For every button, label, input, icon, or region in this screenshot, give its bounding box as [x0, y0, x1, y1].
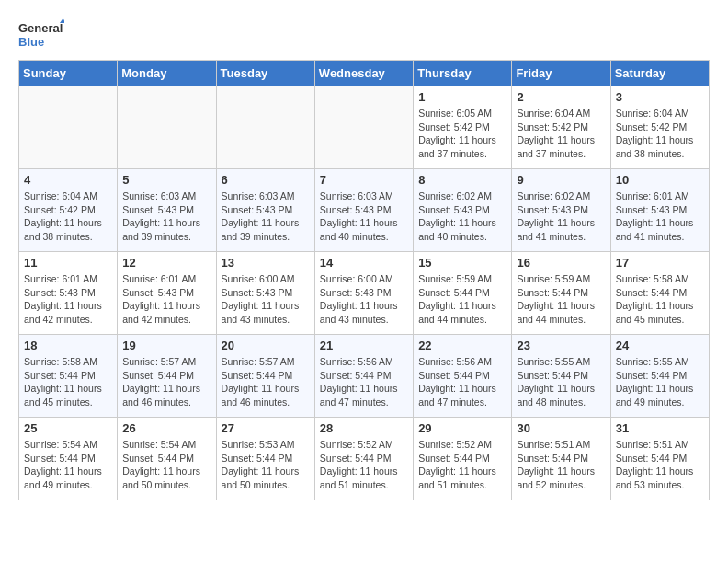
calendar-cell: 7 Sunrise: 6:03 AM Sunset: 5:43 PM Dayli…	[314, 169, 413, 252]
calendar-cell: 15 Sunrise: 5:59 AM Sunset: 5:44 PM Dayl…	[414, 252, 512, 335]
calendar-cell: 26 Sunrise: 5:54 AM Sunset: 5:44 PM Dayl…	[118, 418, 216, 500]
day-number: 11	[24, 256, 112, 270]
day-info: Sunrise: 6:04 AM Sunset: 5:42 PM Dayligh…	[616, 107, 704, 161]
day-info: Sunrise: 6:03 AM Sunset: 5:43 PM Dayligh…	[122, 190, 210, 244]
day-number: 22	[418, 339, 506, 352]
day-number: 20	[222, 339, 310, 352]
col-header-wednesday: Wednesday	[314, 61, 413, 86]
day-number: 2	[517, 90, 605, 104]
logo-icon: General Blue	[18, 18, 64, 51]
day-number: 12	[122, 256, 210, 270]
day-number: 28	[320, 421, 408, 435]
day-number: 9	[517, 173, 605, 187]
day-number: 27	[222, 421, 310, 435]
calendar-week-3: 11 Sunrise: 6:01 AM Sunset: 5:43 PM Dayl…	[19, 252, 710, 335]
day-number: 25	[24, 421, 112, 435]
calendar-header-row: SundayMondayTuesdayWednesdayThursdayFrid…	[19, 61, 710, 86]
day-info: Sunrise: 6:02 AM Sunset: 5:43 PM Dayligh…	[517, 190, 605, 244]
day-number: 24	[616, 339, 704, 352]
calendar-cell: 4 Sunrise: 6:04 AM Sunset: 5:42 PM Dayli…	[19, 169, 118, 252]
calendar-cell: 31 Sunrise: 5:51 AM Sunset: 5:44 PM Dayl…	[610, 418, 709, 500]
day-number: 16	[517, 256, 605, 270]
day-number: 1	[418, 90, 506, 104]
calendar-week-5: 25 Sunrise: 5:54 AM Sunset: 5:44 PM Dayl…	[19, 418, 710, 500]
calendar-cell: 24 Sunrise: 5:55 AM Sunset: 5:44 PM Dayl…	[610, 335, 709, 418]
day-number: 14	[320, 256, 408, 270]
calendar-cell: 8 Sunrise: 6:02 AM Sunset: 5:43 PM Dayli…	[414, 169, 512, 252]
day-info: Sunrise: 6:01 AM Sunset: 5:43 PM Dayligh…	[122, 272, 210, 327]
calendar-cell: 17 Sunrise: 5:58 AM Sunset: 5:44 PM Dayl…	[610, 252, 709, 335]
calendar-cell: 18 Sunrise: 5:58 AM Sunset: 5:44 PM Dayl…	[19, 335, 118, 418]
day-info: Sunrise: 5:56 AM Sunset: 5:44 PM Dayligh…	[320, 355, 408, 409]
col-header-friday: Friday	[512, 61, 610, 86]
day-number: 21	[320, 339, 408, 352]
calendar-cell: 23 Sunrise: 5:55 AM Sunset: 5:44 PM Dayl…	[512, 335, 610, 418]
calendar-cell: 5 Sunrise: 6:03 AM Sunset: 5:43 PM Dayli…	[118, 169, 216, 252]
day-number: 31	[616, 421, 704, 435]
day-info: Sunrise: 6:03 AM Sunset: 5:43 PM Dayligh…	[222, 190, 310, 244]
day-info: Sunrise: 6:01 AM Sunset: 5:43 PM Dayligh…	[616, 190, 704, 244]
calendar-cell: 22 Sunrise: 5:56 AM Sunset: 5:44 PM Dayl…	[414, 335, 512, 418]
calendar-cell: 11 Sunrise: 6:01 AM Sunset: 5:43 PM Dayl…	[19, 252, 118, 335]
calendar-cell: 19 Sunrise: 5:57 AM Sunset: 5:44 PM Dayl…	[118, 335, 216, 418]
calendar-cell: 1 Sunrise: 6:05 AM Sunset: 5:42 PM Dayli…	[414, 86, 512, 169]
calendar-cell: 3 Sunrise: 6:04 AM Sunset: 5:42 PM Dayli…	[610, 86, 709, 169]
calendar-cell: 2 Sunrise: 6:04 AM Sunset: 5:42 PM Dayli…	[512, 86, 610, 169]
day-number: 8	[418, 173, 506, 187]
day-number: 4	[24, 173, 112, 187]
day-info: Sunrise: 5:59 AM Sunset: 5:44 PM Dayligh…	[418, 272, 506, 327]
calendar-cell: 29 Sunrise: 5:52 AM Sunset: 5:44 PM Dayl…	[414, 418, 512, 500]
calendar-cell: 28 Sunrise: 5:52 AM Sunset: 5:44 PM Dayl…	[314, 418, 413, 500]
day-number: 18	[24, 339, 112, 352]
day-number: 26	[122, 421, 210, 435]
day-info: Sunrise: 6:05 AM Sunset: 5:42 PM Dayligh…	[418, 107, 506, 161]
calendar-cell: 13 Sunrise: 6:00 AM Sunset: 5:43 PM Dayl…	[216, 252, 314, 335]
day-number: 30	[517, 421, 605, 435]
calendar-cell: 21 Sunrise: 5:56 AM Sunset: 5:44 PM Dayl…	[314, 335, 413, 418]
page-header: General Blue	[18, 18, 710, 51]
col-header-tuesday: Tuesday	[216, 61, 314, 86]
calendar-cell: 20 Sunrise: 5:57 AM Sunset: 5:44 PM Dayl…	[216, 335, 314, 418]
day-info: Sunrise: 5:58 AM Sunset: 5:44 PM Dayligh…	[616, 272, 704, 327]
calendar-cell	[118, 86, 216, 169]
col-header-monday: Monday	[118, 61, 216, 86]
day-info: Sunrise: 6:01 AM Sunset: 5:43 PM Dayligh…	[24, 272, 112, 327]
day-info: Sunrise: 5:57 AM Sunset: 5:44 PM Dayligh…	[222, 355, 310, 409]
day-number: 19	[122, 339, 210, 352]
calendar-cell: 27 Sunrise: 5:53 AM Sunset: 5:44 PM Dayl…	[216, 418, 314, 500]
day-info: Sunrise: 5:57 AM Sunset: 5:44 PM Dayligh…	[122, 355, 210, 409]
day-number: 3	[616, 90, 704, 104]
day-number: 23	[517, 339, 605, 352]
day-info: Sunrise: 5:55 AM Sunset: 5:44 PM Dayligh…	[517, 355, 605, 409]
calendar-cell	[314, 86, 413, 169]
calendar-week-4: 18 Sunrise: 5:58 AM Sunset: 5:44 PM Dayl…	[19, 335, 710, 418]
calendar-cell: 16 Sunrise: 5:59 AM Sunset: 5:44 PM Dayl…	[512, 252, 610, 335]
calendar-cell: 14 Sunrise: 6:00 AM Sunset: 5:43 PM Dayl…	[314, 252, 413, 335]
calendar-cell: 25 Sunrise: 5:54 AM Sunset: 5:44 PM Dayl…	[19, 418, 118, 500]
svg-text:Blue: Blue	[18, 35, 44, 49]
col-header-saturday: Saturday	[610, 61, 709, 86]
day-info: Sunrise: 5:51 AM Sunset: 5:44 PM Dayligh…	[517, 438, 605, 492]
day-info: Sunrise: 5:58 AM Sunset: 5:44 PM Dayligh…	[24, 355, 112, 409]
calendar-week-1: 1 Sunrise: 6:05 AM Sunset: 5:42 PM Dayli…	[19, 86, 710, 169]
calendar-cell: 30 Sunrise: 5:51 AM Sunset: 5:44 PM Dayl…	[512, 418, 610, 500]
svg-text:General: General	[18, 21, 63, 35]
day-info: Sunrise: 6:03 AM Sunset: 5:43 PM Dayligh…	[320, 190, 408, 244]
day-info: Sunrise: 5:52 AM Sunset: 5:44 PM Dayligh…	[320, 438, 408, 492]
logo: General Blue	[18, 18, 64, 51]
day-number: 5	[122, 173, 210, 187]
day-info: Sunrise: 5:59 AM Sunset: 5:44 PM Dayligh…	[517, 272, 605, 327]
day-info: Sunrise: 5:56 AM Sunset: 5:44 PM Dayligh…	[418, 355, 506, 409]
calendar-cell	[216, 86, 314, 169]
calendar-cell: 10 Sunrise: 6:01 AM Sunset: 5:43 PM Dayl…	[610, 169, 709, 252]
calendar-cell	[19, 86, 118, 169]
day-number: 13	[222, 256, 310, 270]
col-header-sunday: Sunday	[19, 61, 118, 86]
calendar-cell: 9 Sunrise: 6:02 AM Sunset: 5:43 PM Dayli…	[512, 169, 610, 252]
calendar-table: SundayMondayTuesdayWednesdayThursdayFrid…	[18, 60, 710, 500]
day-number: 6	[222, 173, 310, 187]
day-info: Sunrise: 6:04 AM Sunset: 5:42 PM Dayligh…	[517, 107, 605, 161]
day-info: Sunrise: 5:51 AM Sunset: 5:44 PM Dayligh…	[616, 438, 704, 492]
day-number: 15	[418, 256, 506, 270]
day-info: Sunrise: 5:54 AM Sunset: 5:44 PM Dayligh…	[24, 438, 112, 492]
